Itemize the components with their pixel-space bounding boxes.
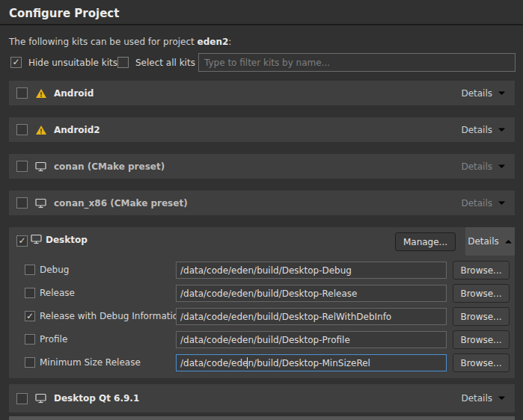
build-config-label: Profile xyxy=(40,334,67,345)
details-button[interactable]: Details xyxy=(461,393,506,404)
details-button: Details xyxy=(461,198,506,209)
kit-row-conan[interactable]: conan (CMake preset) Details xyxy=(9,154,515,179)
details-label: Details xyxy=(461,393,492,404)
chevron-down-icon xyxy=(498,395,506,401)
build-dir-input-profile[interactable] xyxy=(176,331,447,348)
intro-text: The following kits can be used for proje… xyxy=(9,37,231,47)
select-all-kits-option[interactable]: Select all kits xyxy=(117,57,195,68)
kit-name: Android2 xyxy=(54,125,100,135)
kit-checkbox[interactable] xyxy=(16,393,28,404)
browse-button[interactable]: Browse... xyxy=(453,330,510,349)
kit-checkbox[interactable] xyxy=(16,235,28,247)
details-label: Details xyxy=(461,88,492,99)
details-label: Details xyxy=(461,125,492,135)
warning-icon xyxy=(34,125,47,135)
details-button[interactable]: Details xyxy=(461,125,506,135)
manage-button[interactable]: Manage... xyxy=(395,232,456,251)
intro-prefix: The following kits can be used for proje… xyxy=(9,37,198,47)
build-config-checkbox-release[interactable] xyxy=(25,288,35,298)
kit-name: conan (CMake preset) xyxy=(54,161,165,172)
chevron-up-icon xyxy=(504,238,513,244)
chevron-down-icon xyxy=(498,200,506,206)
kit-checkbox[interactable] xyxy=(16,87,28,99)
kit-checkbox[interactable] xyxy=(16,197,28,209)
hide-unsuitable-label: Hide unsuitable kits xyxy=(28,58,117,68)
build-config-checkbox-relwithdebinfo[interactable] xyxy=(25,311,35,321)
text-cursor xyxy=(247,357,248,368)
title-divider xyxy=(0,24,523,25)
details-label: Details xyxy=(461,198,492,209)
desktop-icon xyxy=(34,393,47,404)
desktop-icon xyxy=(34,198,47,209)
details-button[interactable]: Details xyxy=(461,88,506,99)
kit-name: conan_x86 (CMake preset) xyxy=(54,198,188,209)
browse-button[interactable]: Browse... xyxy=(453,353,510,372)
partial-next-row xyxy=(9,416,515,420)
build-config-label: Release xyxy=(40,288,75,298)
build-dir-input-release[interactable] xyxy=(176,285,447,302)
kit-row-android[interactable]: Android Details xyxy=(9,81,515,105)
warning-icon xyxy=(34,88,47,99)
details-button[interactable]: Details xyxy=(465,227,515,256)
page-title: Configure Project xyxy=(9,7,119,20)
build-dir-input-relwithdebinfo[interactable] xyxy=(176,308,447,325)
kit-row-desktop-qt-691[interactable]: Desktop Qt 6.9.1 Details xyxy=(9,384,515,413)
chevron-down-icon xyxy=(498,90,506,96)
hide-unsuitable-kits-option[interactable]: Hide unsuitable kits xyxy=(10,57,117,68)
kit-checkbox[interactable] xyxy=(16,124,28,135)
kit-checkbox[interactable] xyxy=(16,161,28,172)
configure-project-page: Configure Project The following kits can… xyxy=(0,0,523,420)
kit-name: Desktop Qt 6.9.1 xyxy=(54,393,139,404)
desktop-icon xyxy=(34,161,47,172)
desktop-icon xyxy=(31,234,42,247)
details-button: Details xyxy=(461,161,506,172)
project-name: eden2 xyxy=(198,37,229,47)
kit-row-conan-x86[interactable]: conan_x86 (CMake preset) Details xyxy=(9,191,515,215)
build-config-label: Debug xyxy=(40,265,69,275)
kit-name: Desktop xyxy=(46,235,88,245)
browse-button[interactable]: Browse... xyxy=(453,307,510,326)
select-all-checkbox[interactable] xyxy=(117,57,129,68)
build-dir-input-minsizerel[interactable] xyxy=(176,354,447,371)
build-config-label: Minimum Size Release xyxy=(40,357,141,368)
chevron-down-icon xyxy=(498,127,506,133)
details-label: Details xyxy=(468,236,499,247)
intro-suffix: : xyxy=(228,37,231,47)
details-label: Details xyxy=(461,161,492,172)
kit-name: Android xyxy=(54,88,94,99)
kit-row-android2[interactable]: Android2 Details xyxy=(9,117,515,142)
build-config-checkbox-minsizerel[interactable] xyxy=(25,357,35,368)
hide-unsuitable-checkbox[interactable] xyxy=(10,57,22,68)
build-config-checkbox-debug[interactable] xyxy=(25,265,35,275)
build-config-checkbox-profile[interactable] xyxy=(25,334,35,345)
chevron-down-icon xyxy=(498,164,506,170)
browse-button[interactable]: Browse... xyxy=(453,261,510,280)
browse-button[interactable]: Browse... xyxy=(453,284,510,303)
kit-section-desktop: Desktop Manage... Details Debug Browse..… xyxy=(9,227,515,378)
build-dir-input-debug[interactable] xyxy=(176,262,447,279)
kit-filter-input[interactable] xyxy=(198,53,516,72)
select-all-label: Select all kits xyxy=(135,58,195,68)
build-config-label: Release with Debug Information xyxy=(40,311,184,321)
